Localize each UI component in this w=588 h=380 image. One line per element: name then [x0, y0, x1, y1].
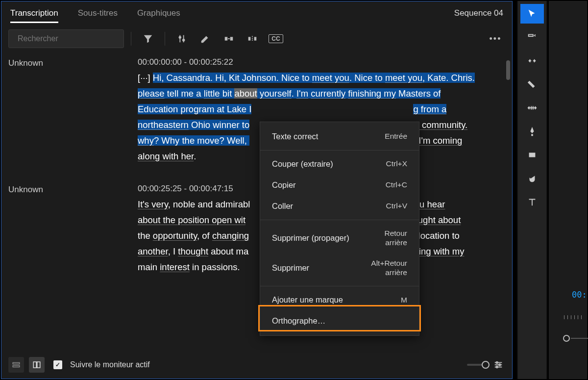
menu-cut[interactable]: Couper (extraire) Ctrl+X	[260, 153, 419, 175]
more-icon[interactable]: •••	[486, 29, 505, 49]
svg-rect-13	[13, 366, 20, 367]
separator	[165, 32, 165, 46]
svg-rect-10	[254, 37, 257, 40]
tools-panel	[517, 1, 547, 379]
playhead-track[interactable]	[571, 338, 588, 339]
context-menu: Texte correct Entrée Couper (extraire) C…	[260, 122, 419, 336]
timecode-display[interactable]: 00:	[572, 290, 587, 300]
menu-add-marker[interactable]: Ajouter une marque M	[260, 289, 419, 310]
slip-tool-icon[interactable]	[520, 98, 544, 118]
search-box[interactable]	[8, 29, 124, 48]
transcript-toolbar: CC •••	[1, 25, 512, 52]
svg-rect-7	[230, 37, 233, 40]
filter-icon[interactable]	[138, 29, 158, 49]
menu-paste[interactable]: Coller Ctrl+V	[260, 196, 419, 217]
search-input[interactable]	[18, 34, 119, 43]
pen-tool-icon[interactable]	[520, 122, 544, 141]
pencil-icon[interactable]	[196, 29, 215, 49]
rectangle-tool-icon[interactable]	[520, 145, 544, 165]
sequence-label: Sequence 04	[454, 8, 503, 18]
menu-delete[interactable]: Supprimer Alt+Retour arrière	[260, 253, 419, 283]
view-mode-1-icon[interactable]	[8, 357, 24, 373]
cc-icon[interactable]: CC	[266, 29, 286, 49]
follow-monitor-checkbox[interactable]: ✓	[53, 360, 62, 369]
svg-rect-12	[13, 363, 20, 364]
menu-copy[interactable]: Copier Ctrl+C	[260, 175, 419, 196]
tab-graphics[interactable]: Graphiques	[137, 3, 180, 23]
svg-point-4	[179, 36, 181, 38]
svg-rect-22	[529, 35, 533, 37]
highlighted-word: about	[234, 88, 257, 99]
menu-separator	[260, 150, 419, 151]
selection-tool-icon[interactable]	[520, 4, 544, 24]
svg-point-5	[183, 39, 185, 41]
speaker-label[interactable]: Unknown	[8, 184, 138, 275]
ripple-edit-icon[interactable]	[520, 51, 544, 71]
svg-rect-8	[228, 38, 230, 39]
zoom-handle[interactable]	[482, 361, 490, 369]
transcript-list: Unknown 00:00:00:00 - 00:00:25:22 [···] …	[1, 52, 512, 337]
split-icon[interactable]	[243, 29, 262, 49]
scrollbar[interactable]	[506, 60, 510, 80]
type-tool-icon[interactable]	[520, 192, 544, 212]
tab-subtitles[interactable]: Sous-titres	[78, 3, 118, 23]
view-mode-2-icon[interactable]	[29, 357, 45, 373]
sliders-icon[interactable]	[172, 29, 192, 49]
zoom-slider[interactable]	[467, 364, 487, 366]
transcript-segment: Unknown 00:00:00:00 - 00:00:25:22 [···] …	[8, 57, 505, 164]
program-monitor-edge: 00:	[549, 1, 587, 379]
menu-spelling[interactable]: Orthographe…	[260, 310, 419, 331]
panel-tabs: Transcription Sous-titres Graphiques Seq…	[1, 1, 512, 25]
follow-monitor-label: Suivre le moniteur actif	[70, 360, 150, 369]
svg-rect-6	[225, 37, 228, 40]
merge-icon[interactable]	[219, 29, 239, 49]
svg-rect-14	[33, 362, 36, 368]
speaker-label[interactable]: Unknown	[8, 57, 138, 164]
transcript-segment: Unknown 00:00:25:25 - 00:00:47:15 It's v…	[8, 184, 505, 275]
panel-footer: ✓ Suivre le moniteur actif	[1, 351, 512, 379]
separator	[131, 32, 131, 46]
playhead-icon[interactable]	[563, 335, 570, 342]
text-panel: Transcription Sous-titres Graphiques Seq…	[1, 1, 513, 379]
segment-timecode: 00:00:00:00 - 00:00:25:22	[138, 57, 486, 67]
track-select-icon[interactable]	[520, 27, 544, 47]
menu-separator	[260, 286, 419, 286]
menu-separator	[260, 220, 419, 220]
menu-delete-ripple[interactable]: Supprimer (propager) Retour arrière	[260, 223, 419, 253]
svg-rect-9	[248, 37, 251, 40]
time-ruler	[564, 315, 582, 319]
hand-tool-icon[interactable]	[520, 169, 544, 188]
svg-rect-15	[37, 362, 40, 368]
menu-correct-text[interactable]: Texte correct Entrée	[260, 126, 419, 147]
razor-tool-icon[interactable]	[520, 75, 544, 94]
tab-transcription[interactable]: Transcription	[10, 3, 58, 23]
svg-rect-25	[529, 152, 536, 157]
settings-icon[interactable]	[491, 355, 505, 375]
